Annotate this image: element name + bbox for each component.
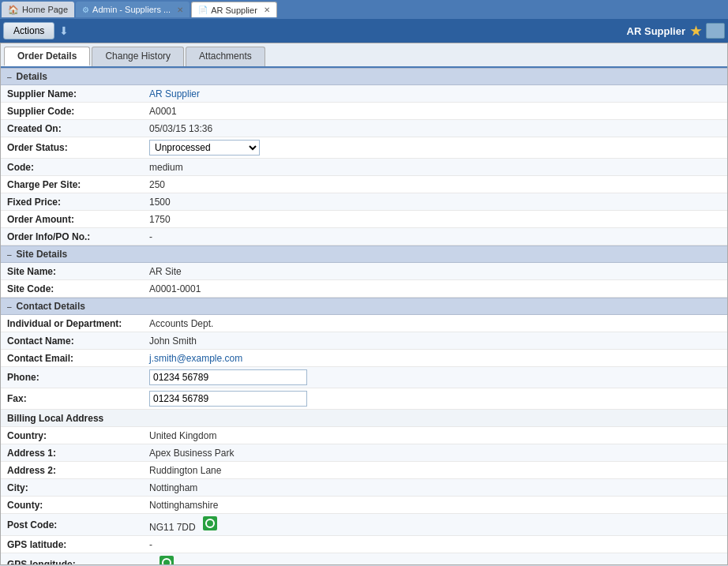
content-area: Order Details Change History Attachments… (0, 43, 728, 565)
field-fixed-price: Fixed Price: 1500 (1, 193, 727, 211)
field-supplier-code: Supplier Code: A0001 (1, 103, 727, 120)
contact-name-value: John Smith (149, 335, 197, 347)
field-address1: Address 1: Apex Business Park (1, 444, 727, 462)
scroll-area[interactable]: – Details Supplier Name: AR Supplier Sup… (1, 68, 727, 564)
individual-dept-value: Accounts Dept. (149, 318, 213, 329)
city-value: Nottingham (149, 482, 197, 493)
actions-left: Actions ⬇ (3, 22, 69, 39)
created-on-label: Created On: (7, 123, 149, 134)
tab-home-label: Home Page (22, 5, 68, 14)
supplier-name-link[interactable]: AR Supplier (149, 88, 200, 99)
field-county: County: Nottinghamshire (1, 497, 727, 514)
tab-admin[interactable]: ⚙ Admin - Suppliers ... ✕ (76, 2, 190, 17)
details-section-title: Details (17, 71, 47, 82)
toggle-button[interactable] (706, 23, 725, 39)
order-amount-label: Order Amount: (7, 214, 149, 225)
field-address2: Address 2: Ruddington Lane (1, 462, 727, 479)
actions-right: AR Supplier ★ (627, 23, 725, 39)
supplier-code-value: A0001 (149, 106, 177, 117)
order-info-value: - (149, 231, 152, 242)
charge-per-site-value: 250 (149, 179, 165, 190)
gps-lat-value: - (149, 539, 152, 550)
contact-name-label: Contact Name: (7, 335, 149, 347)
supplier-icon: 📄 (198, 6, 208, 14)
actions-bar: Actions ⬇ AR Supplier ★ (0, 19, 728, 43)
field-code: Code: medium (1, 159, 727, 176)
details-collapse-icon[interactable]: – (7, 73, 12, 81)
field-city: City: Nottingham (1, 479, 727, 497)
tab-order-details[interactable]: Order Details (4, 47, 90, 66)
field-phone: Phone: (1, 367, 727, 388)
field-fax: Fax: (1, 388, 727, 410)
field-created-on: Created On: 05/03/15 13:36 (1, 120, 727, 137)
address2-value: Ruddington Lane (149, 465, 221, 476)
details-section-header: – Details (1, 68, 727, 85)
tab-home[interactable]: 🏠 Home Page (2, 2, 74, 17)
postcode-gps-icon[interactable] (203, 516, 217, 530)
tab-ar-supplier-close[interactable]: ✕ (264, 6, 270, 14)
admin-icon: ⚙ (82, 6, 89, 14)
fax-label: Fax: (7, 393, 149, 404)
field-postcode: Post Code: NG11 7DD (1, 514, 727, 536)
contact-details-collapse-icon[interactable]: – (7, 302, 12, 311)
address1-value: Apex Business Park (149, 448, 234, 459)
site-name-label: Site Name: (7, 266, 149, 277)
supplier-name-value: AR Supplier (149, 88, 200, 99)
tab-change-history[interactable]: Change History (92, 47, 184, 66)
order-amount-value: 1750 (149, 214, 171, 225)
gps-lon-label: GPS longitude: (7, 559, 149, 565)
gps-lat-label: GPS latitude: (7, 539, 149, 550)
field-order-status: Order Status: Unprocessed Processed Canc… (1, 137, 727, 159)
postcode-value: NG11 7DD (149, 516, 217, 533)
code-label: Code: (7, 162, 149, 173)
field-gps-lon: GPS longitude: - (1, 553, 727, 564)
tab-attachments[interactable]: Attachments (186, 47, 265, 66)
field-order-info: Order Info/PO No.: - (1, 228, 727, 246)
field-contact-name: Contact Name: John Smith (1, 332, 727, 350)
field-country: Country: United Kingdom (1, 427, 727, 444)
field-gps-lat: GPS latitude: - (1, 536, 727, 553)
fixed-price-label: Fixed Price: (7, 197, 149, 208)
order-status-select[interactable]: Unprocessed Processed Cancelled (149, 140, 260, 156)
gps-lon-value: - (149, 556, 174, 564)
order-info-label: Order Info/PO No.: (7, 231, 149, 242)
tab-bar: 🏠 Home Page ⚙ Admin - Suppliers ... ✕ 📄 … (0, 0, 728, 19)
actions-button[interactable]: Actions (3, 22, 54, 39)
country-value: United Kingdom (149, 430, 216, 441)
contact-details-section-header: – Contact Details (1, 298, 727, 315)
sub-tabs: Order Details Change History Attachments (1, 43, 727, 68)
county-value: Nottinghamshire (149, 500, 218, 511)
supplier-name-label: Supplier Name: (7, 88, 149, 99)
county-label: County: (7, 500, 149, 511)
code-value: medium (149, 162, 183, 173)
phone-input[interactable] (149, 369, 307, 385)
tab-admin-close[interactable]: ✕ (177, 6, 183, 14)
site-code-value: A0001-0001 (149, 283, 201, 294)
field-billing-header: Billing Local Address (1, 410, 727, 427)
supplier-code-label: Supplier Code: (7, 106, 149, 117)
individual-dept-label: Individual or Department: (7, 318, 149, 329)
site-details-collapse-icon[interactable]: – (7, 250, 12, 259)
field-site-code: Site Code: A0001-0001 (1, 280, 727, 298)
order-status-label: Order Status: (7, 142, 149, 153)
gps-lon-map-icon[interactable] (159, 556, 174, 564)
actions-arrow-icon: ⬇ (59, 24, 69, 37)
field-order-amount: Order Amount: 1750 (1, 211, 727, 228)
site-code-label: Site Code: (7, 283, 149, 294)
fixed-price-value: 1500 (149, 197, 171, 208)
site-details-section-header: – Site Details (1, 246, 727, 263)
tab-ar-supplier[interactable]: 📄 AR Supplier ✕ (191, 2, 277, 17)
contact-email-link[interactable]: j.smith@example.com (149, 353, 242, 364)
order-status-select-wrap: Unprocessed Processed Cancelled (149, 140, 260, 156)
city-label: City: (7, 482, 149, 493)
site-name-value: AR Site (149, 266, 182, 277)
page-title-label: AR Supplier (627, 25, 685, 37)
field-site-name: Site Name: AR Site (1, 263, 727, 280)
created-on-value: 05/03/15 13:36 (149, 123, 212, 134)
contact-details-section-title: Contact Details (17, 301, 85, 312)
address1-label: Address 1: (7, 448, 149, 459)
tab-admin-label: Admin - Suppliers ... (92, 5, 171, 14)
phone-label: Phone: (7, 372, 149, 383)
fax-input[interactable] (149, 391, 307, 407)
favorite-star-icon[interactable]: ★ (690, 24, 701, 39)
